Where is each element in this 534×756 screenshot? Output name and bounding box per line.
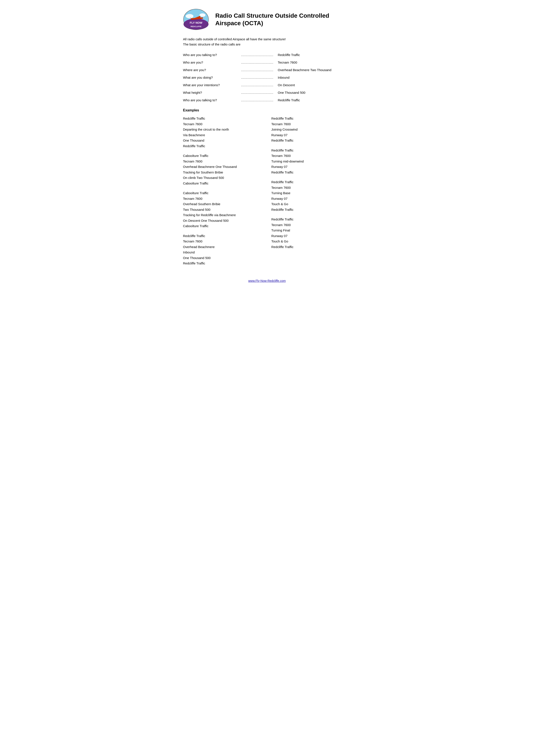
example-line: Tecnam 7600 [271,222,351,228]
example-line: Joining Crosswind [271,127,351,132]
title-container: Radio Call Structure Outside Controlled … [216,12,351,27]
example-line: Turning mid-downwind [271,159,351,164]
structure-question: Who are you talking to? [183,98,239,102]
example-line: Tecnam 7600 [271,185,351,191]
svg-point-2 [186,14,193,18]
structure-table: Who are you talking to?.................… [183,53,351,102]
structure-row: Where are you?..........................… [183,68,351,72]
structure-dots: ............................. [239,83,278,87]
example-line: Two Thousand 500 [183,207,263,212]
example-line: Runway 07 [271,196,351,202]
intro-text: All radio calls outside of controlled Ai… [183,37,351,47]
structure-dots: ............................. [239,68,278,72]
examples-section: Examples Redcliffe TrafficTecnam 7600Dep… [183,108,351,270]
example-line: Redcliffe Traffic [271,217,351,222]
example-line: On climb Two Thousand 500 [183,175,263,180]
example-line: Tecnam 7600 [183,239,263,244]
structure-answer: Inbound [278,76,351,79]
example-block-right: Redcliffe TrafficTecnam 7600Joining Cros… [271,116,351,143]
example-line: Caboolture Traffic [183,223,263,229]
example-line: Redcliffe Traffic [183,116,263,121]
logo-svg: FLY NOW REDCLIFFE [183,9,209,30]
example-line: Touch & Go [271,201,351,207]
structure-row: Who are you talking to?.................… [183,98,351,102]
example-line: Redcliffe Traffic [271,138,351,143]
example-line: Caboolture Traffic [183,153,263,159]
example-line: Redcliffe Traffic [271,207,351,212]
examples-title: Examples [183,108,351,112]
examples-left: Redcliffe TrafficTecnam 7600Departing th… [183,116,263,270]
example-block-left: Caboolture TrafficTecnam 7600Overhead So… [183,190,263,229]
example-line: On Descent One Thousand 500 [183,218,263,224]
intro-line1: All radio calls outside of controlled Ai… [183,37,351,42]
example-line: Tracking for Redcliffe via Beachmere [183,212,263,218]
example-line: Redcliffe Traffic [271,170,351,175]
structure-question: Where are you? [183,68,239,72]
structure-answer: Redcliffe Traffic [278,53,351,57]
svg-point-3 [199,14,206,17]
structure-question: Who are you talking to? [183,53,239,57]
example-line: Turning Final [271,228,351,233]
svg-text:REDCLIFFE: REDCLIFFE [191,25,201,28]
structure-dots: ............................. [239,53,278,57]
example-block-left: Caboolture TrafficTecnam 7600Overhead Be… [183,153,263,186]
example-line: Overhead Beachmere [183,244,263,250]
example-line: One Thousand 500 [183,255,263,261]
structure-question: What height? [183,91,239,94]
example-line: Redcliffe Traffic [271,116,351,121]
example-line: Runway 07 [271,132,351,138]
example-block-right: Redcliffe TrafficTecnam 7600Turning Base… [271,179,351,212]
structure-dots: ............................. [239,76,278,79]
structure-row: Who are you talking to?.................… [183,53,351,57]
structure-row: What height?............................… [183,91,351,94]
structure-dots: ............................. [239,98,278,102]
example-line: Redcliffe Traffic [271,244,351,250]
example-line: Overhead Beachmere One Thousand [183,164,263,170]
example-line: Touch & Go [271,239,351,244]
footer: www.Fly-Now-Redcliffe.com [183,279,351,283]
example-line: Redcliffe Traffic [271,179,351,185]
footer-link[interactable]: www.Fly-Now-Redcliffe.com [248,279,286,283]
structure-dots: ............................. [239,91,278,94]
structure-row: What are your intentions?...............… [183,83,351,87]
example-line: Caboolture Traffic [183,180,263,186]
examples-grid: Redcliffe TrafficTecnam 7600Departing th… [183,116,351,270]
structure-answer: Tecnam 7600 [278,61,351,64]
example-line: Tecnam 7600 [271,121,351,127]
example-line: Tecnam 7600 [271,153,351,159]
example-line: One Thousand [183,138,263,143]
page-title: Radio Call Structure Outside Controlled … [216,12,351,27]
example-line: Redcliffe Traffic [183,143,263,149]
example-line: Tecnam 7600 [183,196,263,202]
example-block-right: Redcliffe TrafficTecnam 7600Turning Fina… [271,217,351,250]
structure-answer: Overhead Beachmere Two Thousand [278,68,351,72]
example-line: Tecnam 7600 [183,121,263,127]
example-line: Tecnam 7600 [183,159,263,164]
example-line: Runway 07 [271,164,351,170]
structure-answer: On Descent [278,83,351,87]
example-line: Redcliffe Traffic [183,233,263,239]
example-line: Departing the circuit to the north [183,127,263,132]
examples-right: Redcliffe TrafficTecnam 7600Joining Cros… [271,116,351,270]
example-block-left: Redcliffe TrafficTecnam 7600Departing th… [183,116,263,149]
example-line: Turning Base [271,190,351,196]
example-line: Via Beachmere [183,132,263,138]
structure-row: What are you doing?.....................… [183,76,351,79]
structure-dots: ............................. [239,61,278,64]
example-line: Tracking for Southern Bribie [183,170,263,175]
example-line: Caboolture Traffic [183,190,263,196]
example-block-right: Redcliffe TrafficTecnam 7600Turning mid-… [271,148,351,175]
logo: FLY NOW REDCLIFFE [183,9,209,30]
intro-line2: The basic structure of the radio calls a… [183,42,351,47]
example-line: Inbound [183,250,263,255]
structure-question: Who are you? [183,61,239,64]
structure-question: What are your intentions? [183,83,239,87]
example-block-left: Redcliffe TrafficTecnam 7600Overhead Bea… [183,233,263,266]
example-line: Overhead Southern Bribie [183,201,263,207]
example-line: Redcliffe Traffic [271,148,351,153]
svg-text:FLY NOW: FLY NOW [190,21,202,24]
structure-row: Who are you?............................… [183,61,351,64]
example-line: Redcliffe Traffic [183,260,263,266]
page-header: FLY NOW REDCLIFFE Radio Call Structure O… [183,9,351,30]
example-line: Runway 07 [271,233,351,239]
